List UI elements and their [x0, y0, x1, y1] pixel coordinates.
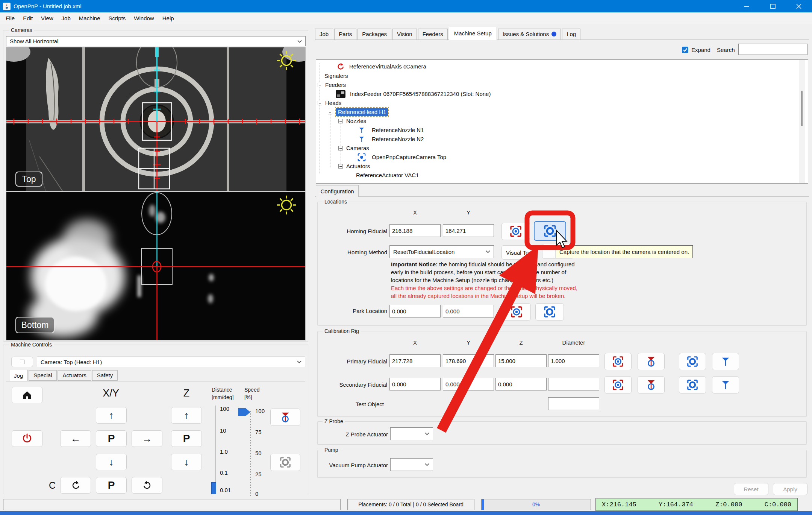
bottom-camera-view[interactable]: Bottom: [6, 191, 306, 340]
collapse-toggle[interactable]: [318, 83, 322, 87]
capture-camera-location-button[interactable]: [679, 353, 706, 370]
tree-item[interactable]: Heads: [325, 99, 341, 107]
position-camera-button[interactable]: [604, 353, 632, 370]
power-button[interactable]: [12, 430, 42, 447]
primary-fiducial-x-input[interactable]: [389, 354, 441, 367]
collapse-toggle[interactable]: [318, 101, 322, 105]
menu-scripts[interactable]: Scripts: [104, 12, 130, 24]
tree-item[interactable]: OpenPnpCaptureCamera Top: [372, 153, 446, 161]
menu-help[interactable]: Help: [158, 12, 178, 24]
reset-button[interactable]: Reset: [734, 483, 768, 495]
jog-y-minus-button[interactable]: ↓: [96, 454, 127, 470]
apply-button[interactable]: Apply: [773, 483, 807, 495]
camera-position-button[interactable]: [270, 454, 300, 471]
jog-target-selector[interactable]: Camera: Top (Head: H1): [37, 357, 305, 367]
home-button[interactable]: [12, 387, 42, 403]
menu-view[interactable]: View: [37, 12, 58, 24]
tree-scrollbar-thumb[interactable]: [801, 91, 803, 126]
camera-view-selector[interactable]: Show All Horizontal: [6, 36, 306, 46]
primary-fiducial-diameter-input[interactable]: [548, 354, 599, 367]
secondary-fiducial-z-input[interactable]: [495, 378, 547, 390]
tab-jog[interactable]: Jog: [9, 370, 28, 381]
menu-window[interactable]: Window: [130, 12, 158, 24]
position-camera-button[interactable]: [502, 303, 531, 321]
collapse-toggle[interactable]: [338, 119, 343, 123]
tree-item[interactable]: Actuators: [346, 162, 370, 170]
tree-item[interactable]: ReferenceVirtualAxis cCamera: [349, 62, 426, 71]
rotate-cw-button[interactable]: [132, 477, 162, 494]
top-camera-view[interactable]: Top: [6, 47, 306, 191]
safe-z-nozzle-button[interactable]: [270, 409, 300, 426]
rotate-ccw-button[interactable]: [60, 477, 91, 494]
capture-nozzle-location-button[interactable]: [712, 353, 739, 370]
tree-item[interactable]: Signalers: [324, 72, 348, 80]
park-xy-button[interactable]: P: [96, 430, 127, 447]
z-probe-actuator-select[interactable]: [390, 427, 433, 440]
collapse-toggle[interactable]: [338, 146, 343, 150]
tab-vision[interactable]: Vision: [392, 29, 417, 40]
close-button[interactable]: [786, 0, 812, 12]
visual-test-button[interactable]: Visual Test: [501, 245, 538, 260]
search-input[interactable]: [738, 44, 807, 55]
jog-y-plus-button[interactable]: ↑: [96, 407, 127, 424]
tree-item[interactable]: ReferenceNozzle N2: [372, 135, 424, 143]
tab-packages[interactable]: Packages: [358, 29, 391, 40]
position-camera-button[interactable]: [501, 223, 530, 240]
park-z-button[interactable]: P: [171, 430, 202, 447]
collapse-controls-button[interactable]: [11, 357, 33, 367]
menu-job[interactable]: Job: [58, 12, 75, 24]
menu-machine[interactable]: Machine: [75, 12, 105, 24]
tree-item[interactable]: ReferenceNozzle N1: [372, 126, 424, 134]
capture-nozzle-location-button[interactable]: [712, 376, 739, 393]
homing-fiducial-x-input[interactable]: [389, 224, 441, 237]
tab-feeders[interactable]: Feeders: [418, 29, 448, 40]
tab-safety[interactable]: Safety: [92, 370, 118, 381]
jog-x-minus-button[interactable]: ←: [60, 430, 91, 447]
expand-checkbox[interactable]: [682, 47, 688, 53]
distance-slider-handle[interactable]: [211, 482, 216, 494]
jog-z-minus-button[interactable]: ↓: [171, 454, 202, 470]
distance-slider[interactable]: [215, 406, 216, 494]
tab-machine-setup[interactable]: Machine Setup: [449, 27, 497, 40]
position-camera-button[interactable]: [604, 376, 632, 393]
homing-method-select[interactable]: ResetToFiducialLocation: [389, 245, 494, 258]
tab-issues-solutions[interactable]: Issues & Solutions: [498, 29, 561, 40]
park-location-y-input[interactable]: [443, 305, 494, 318]
menu-file[interactable]: File: [2, 12, 19, 24]
position-nozzle-button[interactable]: [638, 353, 665, 370]
secondary-fiducial-y-input[interactable]: [443, 378, 494, 390]
capture-camera-location-button[interactable]: [535, 303, 564, 321]
tree-item[interactable]: ReferenceActuator VAC1: [356, 171, 419, 179]
tab-log[interactable]: Log: [562, 29, 580, 40]
homing-fiducial-y-input[interactable]: [443, 224, 494, 237]
park-location-x-input[interactable]: [389, 305, 441, 318]
tab-configuration[interactable]: Configuration: [316, 185, 359, 197]
tab-parts[interactable]: Parts: [334, 29, 356, 40]
tab-special[interactable]: Special: [29, 370, 57, 381]
tree-item[interactable]: Nozzles: [346, 117, 366, 125]
position-nozzle-button[interactable]: [638, 376, 665, 393]
tree-scrollbar[interactable]: [799, 60, 805, 183]
vacuum-pump-actuator-select[interactable]: [390, 458, 433, 471]
tab-actuators[interactable]: Actuators: [58, 370, 91, 381]
secondary-fiducial-x-input[interactable]: [389, 378, 441, 390]
collapse-toggle[interactable]: [338, 164, 343, 169]
capture-camera-location-button[interactable]: [679, 376, 706, 393]
jog-z-plus-button[interactable]: ↑: [171, 407, 202, 424]
minimize-button[interactable]: [733, 0, 760, 12]
jog-x-plus-button[interactable]: →: [132, 430, 162, 447]
secondary-fiducial-diameter-input[interactable]: [548, 378, 599, 390]
speed-slider[interactable]: [250, 411, 251, 496]
collapse-toggle[interactable]: [328, 110, 332, 114]
menu-edit[interactable]: Edit: [19, 12, 37, 24]
maximize-button[interactable]: [760, 0, 786, 12]
tree-item[interactable]: Cameras: [346, 144, 369, 152]
tab-job[interactable]: Job: [315, 29, 333, 40]
tree-item[interactable]: IndexFeeder 0670FF565457888367212340 (Sl…: [350, 90, 491, 98]
primary-fiducial-y-input[interactable]: [443, 354, 494, 367]
park-c-button[interactable]: P: [96, 477, 127, 494]
tree-item[interactable]: Feeders: [325, 81, 346, 89]
test-object-diameter-input[interactable]: [548, 397, 599, 410]
primary-fiducial-z-input[interactable]: [495, 354, 547, 367]
tree-item-selected[interactable]: ReferenceHead H1: [336, 108, 388, 116]
